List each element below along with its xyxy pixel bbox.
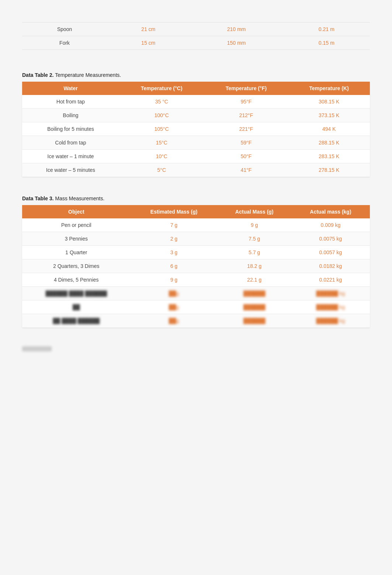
table-cell: Ice water – 1 minute (22, 150, 119, 163)
table-cell: Cold from tap (22, 136, 119, 150)
table-cell: 10°C (119, 150, 204, 163)
table-cell: 2 g (130, 232, 217, 246)
table-cell: Spoon (22, 23, 107, 36)
table-cell: Hot from tap (22, 95, 119, 109)
table-cell: 1 Quarter (22, 246, 130, 259)
table-cell: 0.009 kg (291, 218, 370, 232)
table-cell: 7.5 g (217, 232, 291, 246)
table-cell: 494 K (288, 122, 370, 136)
table3-col-object: Object (22, 205, 130, 218)
table-cell: Boiling for 5 minutes (22, 122, 119, 136)
blurred-table-cell: ██████ (217, 314, 291, 328)
table1: Spoon21 cm210 mm0.21 mFork15 cm150 mm0.1… (22, 22, 370, 50)
table-cell: 4 Dimes, 5 Pennies (22, 273, 130, 287)
table3-col-actual-g: Actual Mass (g) (217, 205, 291, 218)
table3-section: Data Table 3. Mass Measurements. Object … (22, 195, 370, 328)
blurred-table-cell: ██g (130, 287, 217, 300)
table-cell: 288.15 K (288, 136, 370, 150)
table-cell: Boiling (22, 109, 119, 122)
table-cell: 5.7 g (217, 246, 291, 259)
table-row: 1 Quarter3 g5.7 g0.0057 kg (22, 246, 370, 259)
table-cell: 7 g (130, 218, 217, 232)
table-cell: 15°C (119, 136, 204, 150)
table3-col-actual-kg: Actual mass (kg) (291, 205, 370, 218)
blurred-table-cell: ██ (22, 300, 130, 314)
table1-section: Spoon21 cm210 mm0.21 mFork15 cm150 mm0.1… (22, 22, 370, 50)
table-cell: 150 mm (190, 36, 283, 50)
table2-caption-bold: Data Table 2. (22, 72, 54, 78)
table2-caption-normal: Temperature Measurements. (55, 72, 121, 78)
table-cell: 9 g (130, 273, 217, 287)
table-cell: 15 cm (107, 36, 190, 50)
table3-caption-normal: Mass Measurements. (55, 195, 104, 201)
table-cell: 3 Pennies (22, 232, 130, 246)
blurred-table-cell: ██ ████ ██████ (22, 314, 130, 328)
blurred-table-cell: ██████ ████ ██████ (22, 287, 130, 300)
table-row: 3 Pennies2 g7.5 g0.0075 kg (22, 232, 370, 246)
table2-col-fahrenheit: Temperature (°F) (204, 82, 288, 95)
table-cell: 22.1 g (217, 273, 291, 287)
table-cell: 95°F (204, 95, 288, 109)
table-cell: 308.15 K (288, 95, 370, 109)
table-cell: 3 g (130, 246, 217, 259)
blurred-table-cell: ██████ (217, 300, 291, 314)
table-cell: 0.15 m (283, 36, 370, 50)
table-row: Ice water – 1 minute10°C50°F283.15 K (22, 150, 370, 163)
table-cell: 18.2 g (217, 259, 291, 273)
blurred-table-cell: ██g (130, 314, 217, 328)
table2: Water Temperature (°C) Temperature (°F) … (22, 82, 370, 177)
table-cell: 21 cm (107, 23, 190, 36)
table2-col-kelvin: Temperature (K) (288, 82, 370, 95)
table-cell: 2 Quarters, 3 Dimes (22, 259, 130, 273)
table-row: Boiling100°C212°F373.15 K (22, 109, 370, 122)
table3-caption-bold: Data Table 3. (22, 195, 54, 201)
table-cell: 9 g (217, 218, 291, 232)
table2-header: Water Temperature (°C) Temperature (°F) … (22, 82, 370, 95)
table-cell: 0.0075 kg (291, 232, 370, 246)
table-row: 4 Dimes, 5 Pennies9 g22.1 g0.0221 kg (22, 273, 370, 287)
table-cell: 212°F (204, 109, 288, 122)
table-cell: 0.21 m (283, 23, 370, 36)
table2-col-celsius: Temperature (°C) (119, 82, 204, 95)
table-cell: 0.0182 kg (291, 259, 370, 273)
table-cell: 221°F (204, 122, 288, 136)
table-cell: 210 mm (190, 23, 283, 36)
table-cell: Pen or pencil (22, 218, 130, 232)
table-cell: 5°C (119, 163, 204, 177)
table-row: Fork15 cm150 mm0.15 m (22, 36, 370, 50)
blurred-table-row: ██ ████ ████████g████████████ kg (22, 314, 370, 328)
table3: Object Estimated Mass (g) Actual Mass (g… (22, 205, 370, 328)
table-row: Cold from tap15°C59°F288.15 K (22, 136, 370, 150)
table2-section: Data Table 2. Temperature Measurements. … (22, 72, 370, 177)
table-cell: 50°F (204, 150, 288, 163)
blurred-table-row: ████g████████████ kg (22, 300, 370, 314)
table-cell: Fork (22, 36, 107, 50)
table-row: 2 Quarters, 3 Dimes6 g18.2 g0.0182 kg (22, 259, 370, 273)
blurred-table-cell: ██████ kg (291, 287, 370, 300)
table-row: Spoon21 cm210 mm0.21 m (22, 23, 370, 36)
blurred-section-label (22, 346, 52, 351)
blurred-table-cell: ██████ (217, 287, 291, 300)
table-cell: 0.0057 kg (291, 246, 370, 259)
table-cell: 105°C (119, 122, 204, 136)
blurred-table-cell: ██████ kg (291, 300, 370, 314)
blurred-table-row: ██████ ████ ████████g████████████ kg (22, 287, 370, 300)
blurred-table-cell: ██g (130, 300, 217, 314)
table-cell: 41°F (204, 163, 288, 177)
table-cell: 35 °C (119, 95, 204, 109)
table3-col-estimated: Estimated Mass (g) (130, 205, 217, 218)
table3-header: Object Estimated Mass (g) Actual Mass (g… (22, 205, 370, 218)
table-cell: 283.15 K (288, 150, 370, 163)
table-cell: 100°C (119, 109, 204, 122)
table-row: Hot from tap35 °C95°F308.15 K (22, 95, 370, 109)
table-cell: 278.15 K (288, 163, 370, 177)
table-cell: 373.15 K (288, 109, 370, 122)
table-cell: 0.0221 kg (291, 273, 370, 287)
table2-caption: Data Table 2. Temperature Measurements. (22, 72, 370, 78)
table-cell: Ice water – 5 minutes (22, 163, 119, 177)
table-row: Pen or pencil7 g9 g0.009 kg (22, 218, 370, 232)
table-cell: 6 g (130, 259, 217, 273)
table3-caption: Data Table 3. Mass Measurements. (22, 195, 370, 201)
table-cell: 59°F (204, 136, 288, 150)
blurred-table-cell: ██████ kg (291, 314, 370, 328)
